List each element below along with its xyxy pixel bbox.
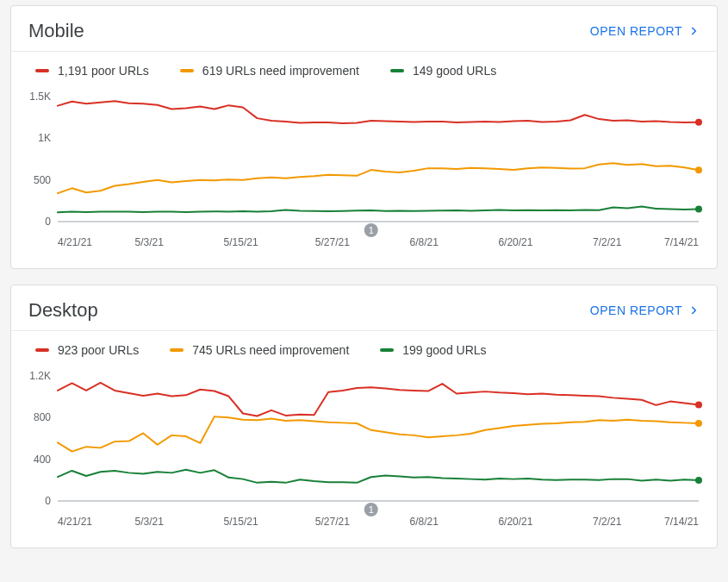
svg-text:6/20/21: 6/20/21 xyxy=(498,236,532,248)
svg-text:800: 800 xyxy=(34,411,51,423)
svg-point-41 xyxy=(695,401,702,408)
svg-text:7/14/21: 7/14/21 xyxy=(664,516,699,528)
legend-need: 745 URLs need improvement xyxy=(170,343,349,357)
svg-text:6/8/21: 6/8/21 xyxy=(409,236,439,248)
desktop-title: Desktop xyxy=(28,299,98,322)
svg-text:0: 0 xyxy=(45,216,51,228)
svg-text:1: 1 xyxy=(369,504,374,515)
svg-text:500: 500 xyxy=(34,174,51,186)
svg-text:5/15/21: 5/15/21 xyxy=(224,516,258,528)
mobile-legend: 1,191 poor URLs 619 URLs need improvemen… xyxy=(11,52,717,83)
svg-text:1.2K: 1.2K xyxy=(29,370,51,382)
svg-point-20 xyxy=(695,166,702,173)
svg-text:5/15/21: 5/15/21 xyxy=(224,236,258,248)
chevron-right-icon xyxy=(688,25,700,37)
mobile-chart: 05001K1.5K4/21/215/3/215/15/215/27/216/8… xyxy=(11,83,717,268)
swatch-poor xyxy=(35,348,49,352)
svg-text:1.5K: 1.5K xyxy=(29,91,51,103)
svg-text:400: 400 xyxy=(34,454,51,466)
svg-text:5/27/21: 5/27/21 xyxy=(315,516,350,528)
svg-text:7/2/21: 7/2/21 xyxy=(593,236,622,248)
chevron-right-icon xyxy=(688,304,700,316)
svg-point-43 xyxy=(695,477,702,484)
svg-text:0: 0 xyxy=(45,495,51,507)
open-report-mobile[interactable]: OPEN REPORT xyxy=(590,24,700,38)
desktop-card: Desktop OPEN REPORT 923 poor URLs 745 UR… xyxy=(10,285,718,548)
swatch-good xyxy=(380,348,394,352)
svg-text:7/14/21: 7/14/21 xyxy=(664,236,699,248)
open-report-label: OPEN REPORT xyxy=(590,304,682,317)
desktop-chart: 04008001.2K4/21/215/3/215/15/215/27/216/… xyxy=(11,362,717,548)
svg-text:6/20/21: 6/20/21 xyxy=(498,516,532,528)
legend-poor: 923 poor URLs xyxy=(35,343,139,357)
swatch-need xyxy=(180,69,194,72)
swatch-good xyxy=(390,69,404,72)
mobile-card: Mobile OPEN REPORT 1,191 poor URLs 619 U… xyxy=(10,5,718,269)
svg-text:4/21/21: 4/21/21 xyxy=(58,516,92,528)
svg-text:4/21/21: 4/21/21 xyxy=(58,236,92,248)
swatch-poor xyxy=(35,69,49,72)
svg-text:5/3/21: 5/3/21 xyxy=(135,236,165,248)
legend-good: 149 good URLs xyxy=(390,64,496,78)
legend-good: 199 good URLs xyxy=(380,343,486,357)
svg-point-42 xyxy=(695,420,702,427)
svg-text:6/8/21: 6/8/21 xyxy=(409,516,439,528)
open-report-desktop[interactable]: OPEN REPORT xyxy=(590,304,700,317)
svg-text:5/3/21: 5/3/21 xyxy=(135,516,165,528)
svg-text:1K: 1K xyxy=(38,132,51,144)
svg-point-19 xyxy=(695,119,702,126)
swatch-need xyxy=(170,348,184,352)
legend-poor: 1,191 poor URLs xyxy=(35,64,149,78)
legend-need: 619 URLs need improvement xyxy=(180,64,359,78)
svg-text:5/27/21: 5/27/21 xyxy=(315,236,350,248)
desktop-legend: 923 poor URLs 745 URLs need improvement … xyxy=(11,331,717,362)
svg-point-21 xyxy=(695,206,702,213)
svg-text:7/2/21: 7/2/21 xyxy=(593,516,622,528)
mobile-title: Mobile xyxy=(28,20,84,42)
open-report-label: OPEN REPORT xyxy=(590,24,682,38)
svg-text:1: 1 xyxy=(369,225,374,235)
